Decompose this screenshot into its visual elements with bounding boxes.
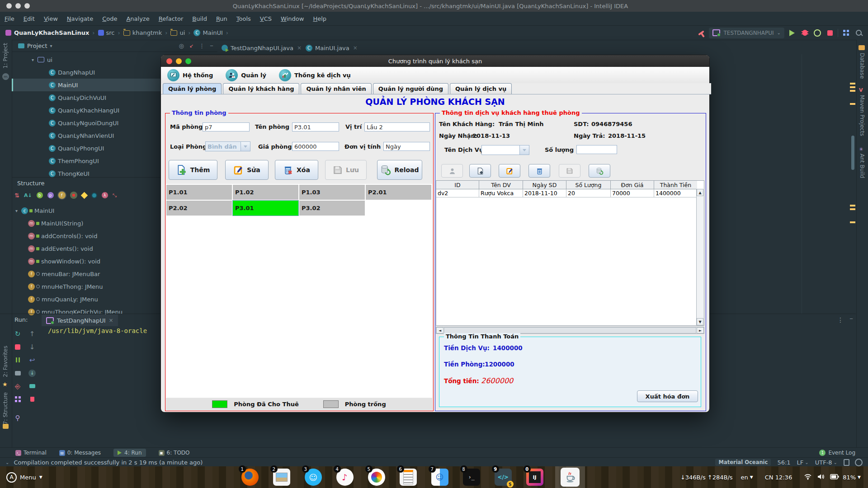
hector-icon[interactable] xyxy=(855,459,863,466)
app-menu-hethong[interactable]: Hệ thống xyxy=(161,67,219,83)
menu-refactor[interactable]: Refactor xyxy=(154,15,188,22)
tool-strip-ant[interactable]: Ant Build xyxy=(859,154,865,178)
search-everywhere-icon[interactable] xyxy=(854,28,863,38)
close-tab-icon[interactable]: × xyxy=(353,45,358,51)
room-name-field[interactable]: P3.01 xyxy=(292,122,339,131)
battery-percent[interactable]: 81%▼ xyxy=(843,474,861,481)
export-invoice-button[interactable]: Xuất hóa đơn xyxy=(637,390,698,402)
filter-icon-circle[interactable] xyxy=(91,192,97,198)
project-panel-title[interactable]: Project xyxy=(27,42,47,49)
col-header-soluong[interactable]: Số Lượng xyxy=(566,181,611,189)
window-control-close[interactable] xyxy=(6,3,12,9)
collapse-all-icon[interactable]: ↙ xyxy=(189,43,193,49)
sort-by-visibility-icon[interactable]: ⇅ xyxy=(14,192,19,199)
caret-position[interactable]: 56:1 xyxy=(777,459,790,466)
reload-rooms-button[interactable]: Reload xyxy=(377,160,422,180)
tab-quan-ly-nguoi-dung[interactable]: Quản lý người dùng xyxy=(373,83,448,94)
run-tab[interactable]: TestDangNhapUI × xyxy=(42,314,118,326)
taskbar-app-photos[interactable]: 5 xyxy=(368,469,385,486)
room-cell-p202[interactable]: P2.02 xyxy=(166,201,232,216)
room-cell-p302[interactable]: P3.02 xyxy=(299,201,365,216)
run-button[interactable] xyxy=(787,28,797,38)
navigate-up-icon[interactable]: ↑ xyxy=(27,329,37,339)
structure-node-addcontrols[interactable]: maddControls(): void xyxy=(12,230,97,242)
battery-icon[interactable] xyxy=(830,474,839,481)
volume-icon[interactable] xyxy=(817,474,825,481)
table-row[interactable]: dv2 Rượu Vokca 2018-11-10 20 70000 14000… xyxy=(436,189,704,197)
screenshot-icon[interactable] xyxy=(13,368,23,378)
hide-panel-icon[interactable]: ─ xyxy=(210,43,213,48)
line-ending-select[interactable]: LF⌄ xyxy=(797,459,809,466)
app-close-button[interactable] xyxy=(166,58,172,64)
menu-code[interactable]: Code xyxy=(98,15,122,22)
toolbar-messages[interactable]: ▤ 0: Messages xyxy=(59,450,101,456)
filter-icon-b[interactable]: b xyxy=(37,192,43,198)
sort-alphabetically-icon[interactable]: A↓ xyxy=(24,192,32,198)
tool-strip-database[interactable]: Database xyxy=(859,53,865,79)
tool-windows-grid-icon[interactable] xyxy=(841,28,851,38)
app-maximize-button[interactable] xyxy=(185,58,191,64)
restore-layout-icon[interactable] xyxy=(13,394,23,404)
edit-service-button[interactable] xyxy=(499,164,520,178)
app-minimize-button[interactable] xyxy=(176,58,182,64)
room-cell-p101[interactable]: P1.01 xyxy=(166,185,232,200)
tree-node-dangnhapui[interactable]: CDangNhapUI xyxy=(12,66,95,79)
pause-icon[interactable] xyxy=(13,355,23,365)
scroll-left-arrow[interactable]: ◄ xyxy=(436,327,443,333)
menu-navigate[interactable]: Navigate xyxy=(62,15,98,22)
tab-quan-ly-phong[interactable]: Quản lý phòng xyxy=(163,83,222,94)
editor-tab-mainui[interactable]: C MainUI.java× xyxy=(302,42,361,54)
add-room-button[interactable]: Thêm xyxy=(169,160,217,180)
tool-strip-structure[interactable]: 7: Structure xyxy=(2,392,9,424)
taskbar-app-intellij[interactable]: 0IJ xyxy=(526,469,543,486)
event-log[interactable]: 1 Event Log xyxy=(819,450,855,456)
col-header-dongia[interactable]: Đơn Giá xyxy=(611,181,654,189)
taskbar-app-documents[interactable]: 6 xyxy=(400,469,417,486)
add-service-button[interactable] xyxy=(469,164,491,178)
tab-quan-ly-khach-hang[interactable]: Quản lý khách hàng xyxy=(223,83,299,94)
menu-view[interactable]: View xyxy=(39,15,62,22)
room-cell-p103[interactable]: P1.03 xyxy=(299,185,365,200)
window-control-maximize[interactable] xyxy=(24,3,30,9)
breadcrumb-khangtmk[interactable]: khangtmk xyxy=(123,29,162,36)
run-panel-hide-icon[interactable]: ─ xyxy=(850,316,853,321)
close-run-tab-icon[interactable]: × xyxy=(109,317,113,324)
taskbar-app-music[interactable]: 4♪ xyxy=(336,469,354,486)
taskbar-app-firefox[interactable]: 1 xyxy=(241,469,259,486)
coverage-button[interactable] xyxy=(812,28,822,38)
run-configuration-select[interactable]: TESTDANGNHAPUI ⌄ xyxy=(709,28,784,38)
scroll-down-arrow[interactable]: ▼ xyxy=(697,318,703,325)
structure-node-root[interactable]: ▾ c MainUI xyxy=(12,204,54,217)
status-icon[interactable]: ⌄ xyxy=(5,460,9,465)
edit-room-button[interactable]: Sửa xyxy=(225,160,269,180)
filter-icon-diamond[interactable] xyxy=(80,192,88,199)
scroll-up-arrow[interactable]: ▲ xyxy=(697,189,703,196)
stop-icon[interactable] xyxy=(13,342,23,352)
menu-help[interactable]: Help xyxy=(308,15,331,22)
tree-node-quanlynhanvienui[interactable]: CQuanLyNhanVienUI xyxy=(12,129,114,142)
tree-node-mainui-selected[interactable]: CMainUI xyxy=(12,79,162,91)
structure-node-mnuquanly[interactable]: fmnuQuanLy: JMenu xyxy=(12,293,98,305)
stop-button[interactable] xyxy=(825,28,835,38)
tree-node-themphongui[interactable]: CThemPhongUI xyxy=(12,155,99,167)
room-unit-field[interactable]: Ngày xyxy=(383,142,430,151)
console-output[interactable]: /usr/lib/jvm/java-8-oracle xyxy=(48,327,160,334)
structure-node-constructor[interactable]: mMainUI(String) xyxy=(12,217,83,230)
tree-node-ui[interactable]: ▾ ui xyxy=(12,53,52,66)
service-name-select[interactable] xyxy=(481,145,529,155)
toolbar-run-active[interactable]: 4: Run xyxy=(113,449,146,457)
room-cell-p102[interactable]: P1.02 xyxy=(233,185,298,200)
delete-service-button[interactable] xyxy=(528,164,550,178)
save-room-button[interactable]: Lưu xyxy=(325,160,367,180)
encoding-select[interactable]: UTF-8⌄ xyxy=(815,459,837,466)
tree-node-quanlyphongui[interactable]: CQuanLyPhongUI xyxy=(12,142,104,155)
hscrollbar-thumb[interactable] xyxy=(444,327,696,333)
tool-strip-project[interactable]: 1: Project xyxy=(2,43,9,69)
structure-node-addevents[interactable]: maddEvents(): void xyxy=(12,242,93,255)
taskbar-app-image-viewer[interactable]: 2 xyxy=(273,469,290,486)
wifi-icon[interactable] xyxy=(804,474,812,481)
structure-node-showwindow[interactable]: mshowWindow(): void xyxy=(12,255,100,267)
app-menu-quanly[interactable]: Quản lý xyxy=(219,67,273,83)
breadcrumb-mainui[interactable]: CMainUI xyxy=(193,29,222,36)
menu-window[interactable]: Window xyxy=(276,15,308,22)
